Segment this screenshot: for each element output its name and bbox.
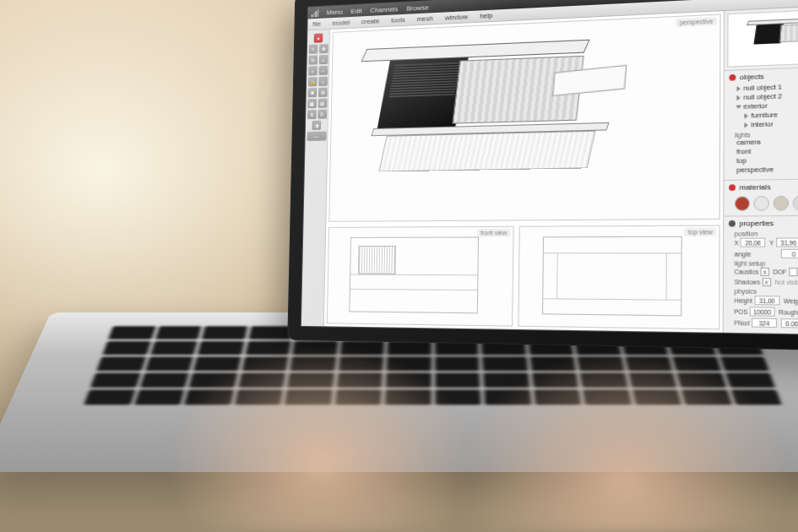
model-building (366, 42, 638, 182)
caustics-checkbox[interactable]: X (760, 268, 768, 276)
fnod-input[interactable]: 324 (752, 318, 777, 328)
tool-grid[interactable]: ▦ (307, 99, 317, 108)
panel-materials: materials (724, 178, 798, 216)
main-area: ● ↖✥ ↻⌕ +− 🔒⌂ ✖⚙ ▦▤ ↯⎘ ◑ — perspective (301, 5, 798, 335)
viewport-label-top: top view (684, 228, 716, 236)
viewport-area: perspective front view (324, 11, 724, 333)
tool-record[interactable]: ● (314, 33, 323, 42)
top-plan (542, 236, 682, 316)
tool-home[interactable]: ⌂ (318, 77, 328, 86)
physpos-input[interactable]: 10000 (749, 307, 774, 316)
light-item[interactable]: top (736, 155, 798, 166)
height-input[interactable]: 31,06 (754, 296, 779, 305)
tool-lock[interactable]: 🔒 (307, 77, 317, 86)
dot-icon (729, 220, 736, 227)
tool-list[interactable]: ▤ (318, 99, 327, 108)
menu-mesh[interactable]: mesh (416, 14, 433, 23)
material-swatch[interactable] (754, 196, 769, 211)
topmenu-browse[interactable]: Browse (406, 3, 429, 12)
viewport-front[interactable]: front view (327, 226, 514, 327)
menu-file[interactable]: file (312, 20, 321, 28)
tool-copy[interactable]: ⎘ (318, 110, 327, 119)
tool-add[interactable]: + (308, 66, 318, 75)
tool-flash[interactable]: ↯ (307, 110, 317, 119)
viewport-bottom-row: front view top view (324, 222, 723, 333)
tool-wide[interactable]: — (307, 132, 326, 142)
tool-contrast[interactable]: ◑ (312, 121, 321, 130)
material-swatch[interactable] (735, 196, 750, 211)
viewport-perspective[interactable]: perspective (328, 14, 720, 222)
not-visible-label: Not visible (775, 279, 798, 285)
material-swatch[interactable] (774, 196, 790, 211)
panel-properties-title: properties (739, 220, 774, 228)
tool-select[interactable]: ↖ (308, 45, 318, 54)
app-window: Menu Edit Channels Browse file model cre… (301, 0, 798, 336)
menu-window[interactable]: window (445, 13, 468, 21)
tool-close[interactable]: ✖ (307, 88, 317, 97)
right-panel-column: objects null object 1 null object 2 exte… (723, 5, 798, 335)
menu-create[interactable]: create (361, 17, 380, 25)
panel-objects-title: objects (740, 73, 764, 82)
dot-icon (729, 74, 736, 81)
panel-properties: properties position X20,06 Y31,96 angle … (724, 214, 798, 334)
angle-input[interactable]: 0 (781, 249, 798, 258)
preview-thumbnail[interactable] (727, 8, 798, 67)
prop-angle-label: angle (735, 251, 778, 258)
viewport-top[interactable]: top view (518, 225, 719, 329)
tool-settings[interactable]: ⚙ (318, 88, 327, 97)
panel-materials-title: materials (740, 183, 771, 192)
laptop-screen: Menu Edit Channels Browse file model cre… (301, 0, 798, 336)
material-swatch[interactable] (793, 196, 798, 211)
tool-subtract[interactable]: − (318, 66, 328, 75)
menu-model[interactable]: model (332, 19, 350, 27)
topmenu-channels[interactable]: Channels (370, 5, 398, 14)
tool-move[interactable]: ✥ (319, 44, 328, 53)
menu-help[interactable]: help (480, 12, 493, 20)
pos-y-input[interactable]: 31,96 (776, 238, 798, 247)
light-item[interactable]: perspective (736, 164, 798, 175)
tool-zoom[interactable]: ⌕ (318, 55, 328, 64)
prop-position-label: position (729, 230, 798, 236)
dof-checkbox[interactable] (789, 268, 797, 276)
pos-x-input[interactable]: 20,06 (741, 238, 766, 247)
topmenu-menu[interactable]: Menu (327, 8, 343, 16)
physics-last-input[interactable]: 0.003 (781, 318, 798, 328)
shadows-checkbox[interactable]: X (763, 278, 771, 286)
viewport-label-front: front view (477, 229, 510, 237)
viewport-label-perspective: perspective (676, 17, 717, 27)
tool-rotate[interactable]: ↻ (308, 55, 318, 64)
signal-icon (312, 9, 319, 17)
dot-icon (729, 184, 736, 191)
topmenu-edit[interactable]: Edit (350, 7, 361, 15)
front-elevation (349, 237, 479, 313)
menu-tools[interactable]: tools (391, 16, 405, 24)
panel-objects: objects null object 1 null object 2 exte… (724, 65, 798, 180)
